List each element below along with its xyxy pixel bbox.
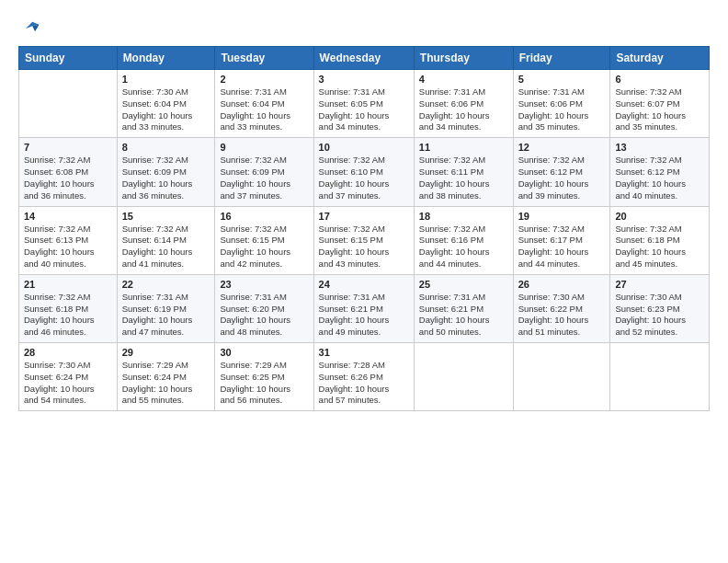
day-info: Sunrise: 7:31 AM Sunset: 6:05 PM Dayligh… [319,86,409,133]
day-info: Sunrise: 7:32 AM Sunset: 6:13 PM Dayligh… [24,224,112,270]
calendar-day-cell: 22Sunrise: 7:31 AM Sunset: 6:19 PM Dayli… [117,274,215,342]
calendar-day-cell: 5Sunrise: 7:31 AM Sunset: 6:06 PM Daylig… [513,70,610,138]
calendar-day-cell: 19Sunrise: 7:32 AM Sunset: 6:17 PM Dayli… [513,206,610,274]
calendar-day-cell [610,343,710,411]
day-info: Sunrise: 7:31 AM Sunset: 6:21 PM Dayligh… [319,292,409,339]
calendar-day-cell [19,70,118,138]
calendar-day-cell: 20Sunrise: 7:32 AM Sunset: 6:18 PM Dayli… [610,206,710,274]
day-number: 24 [319,279,409,290]
day-info: Sunrise: 7:32 AM Sunset: 6:18 PM Dayligh… [615,224,704,270]
day-info: Sunrise: 7:32 AM Sunset: 6:14 PM Dayligh… [122,224,210,270]
day-info: Sunrise: 7:31 AM Sunset: 6:06 PM Dayligh… [419,86,508,133]
calendar-day-cell: 16Sunrise: 7:32 AM Sunset: 6:15 PM Dayli… [215,206,313,274]
day-info: Sunrise: 7:32 AM Sunset: 6:11 PM Dayligh… [419,155,508,201]
day-info: Sunrise: 7:28 AM Sunset: 6:26 PM Dayligh… [319,360,409,407]
day-info: Sunrise: 7:32 AM Sunset: 6:07 PM Dayligh… [615,86,704,133]
day-info: Sunrise: 7:32 AM Sunset: 6:16 PM Dayligh… [419,224,508,270]
day-info: Sunrise: 7:31 AM Sunset: 6:04 PM Dayligh… [220,86,308,133]
calendar-day-cell: 10Sunrise: 7:32 AM Sunset: 6:10 PM Dayli… [313,138,414,206]
calendar-week-row: 7Sunrise: 7:32 AM Sunset: 6:08 PM Daylig… [19,138,710,206]
day-info: Sunrise: 7:32 AM Sunset: 6:12 PM Dayligh… [615,155,704,201]
calendar-day-cell: 7Sunrise: 7:32 AM Sunset: 6:08 PM Daylig… [19,138,118,206]
day-number: 7 [24,142,112,153]
day-info: Sunrise: 7:32 AM Sunset: 6:12 PM Dayligh… [518,155,606,201]
day-info: Sunrise: 7:30 AM Sunset: 6:04 PM Dayligh… [122,86,210,133]
day-info: Sunrise: 7:32 AM Sunset: 6:10 PM Dayligh… [319,155,409,201]
day-info: Sunrise: 7:32 AM Sunset: 6:15 PM Dayligh… [319,224,409,270]
day-info: Sunrise: 7:32 AM Sunset: 6:17 PM Dayligh… [518,224,606,270]
weekday-header: Monday [117,47,215,70]
day-number: 5 [518,74,606,85]
calendar-day-cell: 28Sunrise: 7:30 AM Sunset: 6:24 PM Dayli… [19,343,118,411]
day-number: 25 [419,279,508,290]
calendar-day-cell: 1Sunrise: 7:30 AM Sunset: 6:04 PM Daylig… [117,70,215,138]
calendar-day-cell: 6Sunrise: 7:32 AM Sunset: 6:07 PM Daylig… [610,70,710,138]
day-number: 11 [419,142,508,153]
day-info: Sunrise: 7:31 AM Sunset: 6:21 PM Dayligh… [419,292,508,339]
day-number: 19 [518,211,606,222]
day-number: 14 [24,211,112,222]
logo [18,17,40,37]
calendar-week-row: 28Sunrise: 7:30 AM Sunset: 6:24 PM Dayli… [19,343,710,411]
calendar-day-cell: 29Sunrise: 7:29 AM Sunset: 6:24 PM Dayli… [117,343,215,411]
calendar-week-row: 14Sunrise: 7:32 AM Sunset: 6:13 PM Dayli… [19,206,710,274]
weekday-header: Tuesday [215,47,313,70]
calendar-day-cell: 11Sunrise: 7:32 AM Sunset: 6:11 PM Dayli… [414,138,513,206]
day-number: 17 [319,211,409,222]
day-info: Sunrise: 7:30 AM Sunset: 6:23 PM Dayligh… [615,292,704,339]
weekday-header: Wednesday [313,47,414,70]
calendar-day-cell: 2Sunrise: 7:31 AM Sunset: 6:04 PM Daylig… [215,70,313,138]
day-info: Sunrise: 7:32 AM Sunset: 6:09 PM Dayligh… [220,155,308,201]
calendar-day-cell: 24Sunrise: 7:31 AM Sunset: 6:21 PM Dayli… [313,274,414,342]
day-number: 9 [220,142,308,153]
day-info: Sunrise: 7:31 AM Sunset: 6:20 PM Dayligh… [220,292,308,339]
day-info: Sunrise: 7:32 AM Sunset: 6:08 PM Dayligh… [24,155,112,201]
day-info: Sunrise: 7:31 AM Sunset: 6:19 PM Dayligh… [122,292,210,339]
day-number: 12 [518,142,606,153]
day-number: 20 [615,211,704,222]
calendar-day-cell: 4Sunrise: 7:31 AM Sunset: 6:06 PM Daylig… [414,70,513,138]
calendar-day-cell: 21Sunrise: 7:32 AM Sunset: 6:18 PM Dayli… [19,274,118,342]
day-info: Sunrise: 7:32 AM Sunset: 6:15 PM Dayligh… [220,224,308,270]
logo-bird-icon [20,17,40,37]
header [18,17,710,37]
day-number: 10 [319,142,409,153]
calendar-day-cell: 31Sunrise: 7:28 AM Sunset: 6:26 PM Dayli… [313,343,414,411]
day-number: 4 [419,74,508,85]
calendar-day-cell: 23Sunrise: 7:31 AM Sunset: 6:20 PM Dayli… [215,274,313,342]
calendar-day-cell: 27Sunrise: 7:30 AM Sunset: 6:23 PM Dayli… [610,274,710,342]
day-number: 21 [24,279,112,290]
calendar-day-cell: 15Sunrise: 7:32 AM Sunset: 6:14 PM Dayli… [117,206,215,274]
day-info: Sunrise: 7:30 AM Sunset: 6:24 PM Dayligh… [24,360,112,407]
day-number: 31 [319,347,409,358]
calendar-day-cell: 3Sunrise: 7:31 AM Sunset: 6:05 PM Daylig… [313,70,414,138]
calendar-day-cell: 18Sunrise: 7:32 AM Sunset: 6:16 PM Dayli… [414,206,513,274]
day-number: 26 [518,279,606,290]
day-number: 16 [220,211,308,222]
calendar-day-cell: 30Sunrise: 7:29 AM Sunset: 6:25 PM Dayli… [215,343,313,411]
calendar-day-cell: 17Sunrise: 7:32 AM Sunset: 6:15 PM Dayli… [313,206,414,274]
day-number: 1 [122,74,210,85]
day-info: Sunrise: 7:30 AM Sunset: 6:22 PM Dayligh… [518,292,606,339]
day-info: Sunrise: 7:29 AM Sunset: 6:25 PM Dayligh… [220,360,308,407]
day-number: 15 [122,211,210,222]
day-number: 13 [615,142,704,153]
day-number: 22 [122,279,210,290]
page: SundayMondayTuesdayWednesdayThursdayFrid… [0,0,728,563]
weekday-header: Sunday [19,47,118,70]
day-number: 3 [319,74,409,85]
day-number: 18 [419,211,508,222]
day-number: 29 [122,347,210,358]
calendar-day-cell: 8Sunrise: 7:32 AM Sunset: 6:09 PM Daylig… [117,138,215,206]
day-number: 28 [24,347,112,358]
weekday-header: Saturday [610,47,710,70]
calendar-day-cell: 26Sunrise: 7:30 AM Sunset: 6:22 PM Dayli… [513,274,610,342]
day-number: 27 [615,279,704,290]
day-number: 8 [122,142,210,153]
calendar-day-cell: 9Sunrise: 7:32 AM Sunset: 6:09 PM Daylig… [215,138,313,206]
calendar-table: SundayMondayTuesdayWednesdayThursdayFrid… [18,46,710,411]
day-info: Sunrise: 7:29 AM Sunset: 6:24 PM Dayligh… [122,360,210,407]
calendar-week-row: 1Sunrise: 7:30 AM Sunset: 6:04 PM Daylig… [19,70,710,138]
calendar-day-cell [414,343,513,411]
day-number: 2 [220,74,308,85]
